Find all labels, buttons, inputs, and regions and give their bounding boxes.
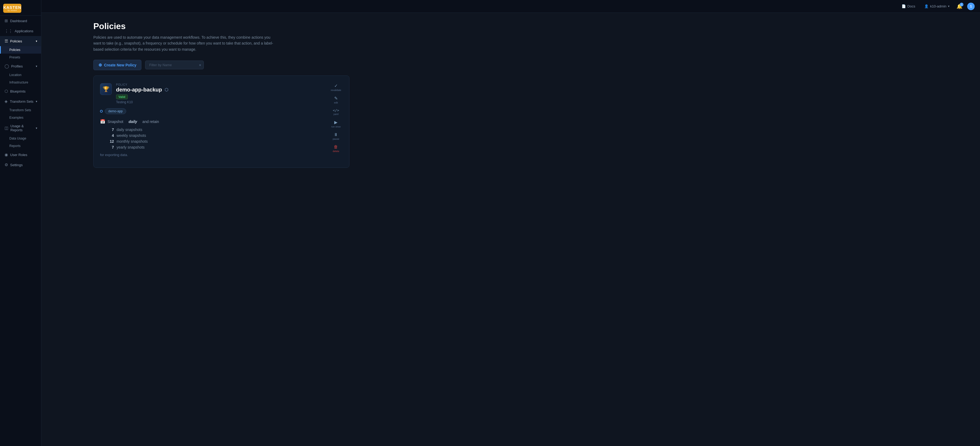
sidebar-sub-transform-sets[interactable]: Transform Sets bbox=[0, 107, 41, 114]
sub-label-reports: Reports bbox=[10, 144, 21, 148]
notification-bell[interactable]: 🔔 1 bbox=[956, 3, 963, 10]
logo-kasten: KASTEN bbox=[3, 5, 21, 10]
sidebar-sub-reports[interactable]: Reports bbox=[0, 142, 41, 150]
snapshot-retain-word: and retain bbox=[142, 119, 159, 124]
logo-sub: by Veeam bbox=[8, 10, 17, 11]
transform-sets-icon: ◈ bbox=[5, 99, 8, 104]
snapshot-header: 📅 Snapshot daily and retain bbox=[100, 119, 342, 124]
edit-label: edit bbox=[334, 101, 338, 104]
sub-label-data-usage: Data Usage bbox=[10, 137, 26, 140]
sub-label-examples: Examples bbox=[10, 116, 24, 119]
snap-label-daily: daily snapshots bbox=[116, 127, 142, 132]
sidebar-item-settings[interactable]: ⚙ Settings bbox=[0, 160, 41, 170]
sidebar-item-transform-sets[interactable]: ◈ Transform Sets ▾ bbox=[0, 96, 41, 107]
namespace-tag: demo-app bbox=[105, 108, 126, 114]
policy-card: 🏆 POLICY demo-app-backup ⬡ Valid Testing… bbox=[93, 75, 349, 168]
edit-button[interactable]: ✎ edit bbox=[332, 95, 340, 105]
snap-count-daily: 7 bbox=[107, 127, 114, 132]
edit-icon: ✎ bbox=[334, 96, 338, 101]
username-label: k10-admin bbox=[930, 4, 947, 8]
sidebar-item-profiles[interactable]: ◯ Profiles ▾ bbox=[0, 61, 41, 71]
policy-copy-icon[interactable]: ⬡ bbox=[165, 87, 168, 92]
sidebar-sub-policies[interactable]: Policies bbox=[0, 46, 41, 54]
snapshot-word: Snapshot bbox=[108, 119, 123, 124]
policies-icon: ☰ bbox=[5, 39, 8, 43]
filter-clear-button[interactable]: × bbox=[199, 63, 201, 67]
sidebar-item-applications[interactable]: ⋮⋮ Applications bbox=[0, 26, 41, 36]
delete-label: delete bbox=[332, 150, 339, 153]
sidebar-item-dashboard[interactable]: ⊞ Dashboard bbox=[0, 16, 41, 26]
sidebar-sub-examples[interactable]: Examples bbox=[0, 114, 41, 121]
snap-label-monthly: monthly snapshots bbox=[116, 139, 148, 143]
sidebar-label-usage-reports: Usage & Reports bbox=[10, 124, 33, 132]
page-description: Policies are used to automate your data … bbox=[93, 34, 275, 52]
run-once-label: run once bbox=[331, 125, 340, 128]
notification-badge: 1 bbox=[960, 3, 964, 6]
sidebar-sub-presets[interactable]: Presets bbox=[0, 54, 41, 61]
testing-label: Testing K10 bbox=[116, 100, 342, 104]
sidebar-item-user-roles[interactable]: ◉ User Roles bbox=[0, 150, 41, 160]
run-once-icon: ▶ bbox=[334, 120, 337, 125]
snap-label-yearly: yearly snapshots bbox=[116, 145, 145, 150]
sidebar-label-transform-sets: Transform Sets bbox=[10, 99, 33, 104]
create-policy-button[interactable]: ⊕ Create New Policy bbox=[93, 60, 142, 70]
policies-arrow-icon: ▾ bbox=[36, 40, 37, 43]
sidebar: KASTEN by Veeam ⊞ Dashboard ⋮⋮ Applicati… bbox=[0, 0, 41, 446]
snap-label-weekly: weekly snapshots bbox=[116, 133, 146, 138]
delete-button[interactable]: 🗑 delete bbox=[331, 143, 341, 154]
filter-input[interactable] bbox=[145, 61, 204, 69]
sidebar-item-usage-reports[interactable]: ◫ Usage & Reports ▾ bbox=[0, 121, 41, 135]
applications-icon: ⋮⋮ bbox=[5, 29, 13, 33]
settings-icon: ⚙ bbox=[5, 162, 8, 167]
sidebar-label-user-roles: User Roles bbox=[10, 153, 27, 157]
logo-box: KASTEN by Veeam bbox=[3, 4, 21, 13]
revalidate-button[interactable]: ✓ revalidate bbox=[329, 82, 343, 92]
sidebar-item-blueprints[interactable]: ⬡ Blueprints bbox=[0, 86, 41, 96]
yaml-button[interactable]: </> yaml bbox=[331, 107, 340, 116]
docs-icon: 📄 bbox=[902, 4, 906, 8]
avatar[interactable]: 1 bbox=[967, 3, 975, 10]
sidebar-sub-location[interactable]: Location bbox=[0, 71, 41, 79]
sidebar-sub-infrastructure[interactable]: Infrastructure bbox=[0, 79, 41, 86]
pause-label: pause bbox=[332, 138, 339, 140]
namespace-row: demo-app bbox=[100, 108, 342, 114]
policy-name-text: demo-app-backup bbox=[116, 87, 162, 93]
sidebar-label-applications: Applications bbox=[15, 29, 33, 33]
pause-icon: ⏸ bbox=[334, 132, 338, 137]
topbar: 📄 Docs 👤 k10-admin ▾ 🔔 1 1 bbox=[41, 0, 980, 13]
docs-button[interactable]: 📄 Docs bbox=[899, 3, 918, 10]
snapshot-section: 📅 Snapshot daily and retain 7 daily snap… bbox=[100, 119, 342, 157]
snapshot-row-daily: 7 daily snapshots bbox=[107, 127, 342, 132]
docs-label: Docs bbox=[907, 4, 915, 8]
namespace-dot-icon bbox=[100, 110, 103, 113]
create-policy-label: Create New Policy bbox=[104, 63, 136, 67]
sidebar-sub-data-usage[interactable]: Data Usage bbox=[0, 135, 41, 142]
policy-name: demo-app-backup ⬡ bbox=[116, 87, 342, 93]
policy-title-block: POLICY demo-app-backup ⬡ Valid Testing K… bbox=[116, 83, 342, 104]
profiles-icon: ◯ bbox=[5, 64, 9, 68]
toolbar: ⊕ Create New Policy × bbox=[93, 60, 969, 70]
policy-type-label: POLICY bbox=[116, 83, 342, 86]
user-arrow-icon: ▾ bbox=[948, 5, 950, 8]
snapshot-row-weekly: 4 weekly snapshots bbox=[107, 132, 342, 139]
sidebar-item-policies[interactable]: ☰ Policies ▾ bbox=[0, 36, 41, 46]
profiles-arrow-icon: ▾ bbox=[36, 65, 37, 68]
main-content: Policies Policies are used to automate y… bbox=[83, 13, 980, 446]
yaml-icon: </> bbox=[333, 108, 339, 112]
transform-sets-arrow-icon: ▾ bbox=[36, 100, 37, 103]
sidebar-label-blueprints: Blueprints bbox=[10, 89, 25, 93]
filter-wrap: × bbox=[145, 61, 204, 69]
delete-icon: 🗑 bbox=[334, 145, 338, 150]
run-once-button[interactable]: ▶ run once bbox=[330, 119, 342, 129]
sidebar-label-profiles: Profiles bbox=[11, 64, 23, 68]
blueprints-icon: ⬡ bbox=[5, 89, 8, 94]
revalidate-label: revalidate bbox=[331, 89, 341, 91]
snapshot-row-yearly: 7 yearly snapshots bbox=[107, 144, 342, 150]
user-menu[interactable]: 👤 k10-admin ▾ bbox=[922, 3, 952, 10]
plus-icon: ⊕ bbox=[99, 62, 102, 67]
valid-badge: Valid bbox=[116, 94, 128, 99]
sidebar-label-dashboard: Dashboard bbox=[10, 19, 27, 23]
sub-label-presets: Presets bbox=[10, 56, 20, 59]
usage-reports-arrow-icon: ▾ bbox=[36, 126, 37, 130]
pause-button[interactable]: ⏸ pause bbox=[331, 131, 341, 142]
